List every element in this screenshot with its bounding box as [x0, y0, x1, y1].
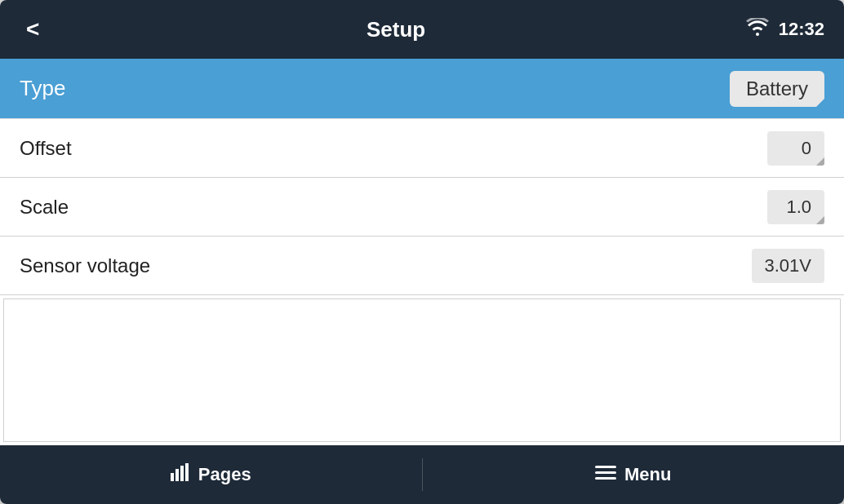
header-right: 12:32 [746, 18, 824, 41]
scale-value[interactable]: 1.0 [767, 190, 824, 224]
menu-button[interactable]: Menu [423, 445, 845, 504]
sensor-voltage-label: Sensor voltage [20, 254, 150, 277]
header-title: Setup [46, 17, 745, 42]
row-offset[interactable]: Offset 0 [0, 119, 844, 178]
pages-label: Pages [198, 464, 251, 485]
svg-rect-0 [171, 473, 174, 481]
pages-button[interactable]: Pages [0, 445, 422, 504]
type-label: Type [20, 76, 65, 101]
svg-rect-3 [185, 463, 189, 481]
offset-value[interactable]: 0 [767, 131, 824, 166]
offset-label: Offset [20, 137, 72, 160]
menu-label: Menu [624, 464, 671, 485]
back-button[interactable]: < [20, 13, 46, 46]
svg-rect-5 [595, 471, 616, 474]
row-type[interactable]: Type Battery [0, 59, 844, 119]
empty-area [3, 298, 841, 442]
wifi-icon [746, 18, 769, 41]
main-content: Type Battery Offset 0 Scale 1.0 Sensor v… [0, 59, 844, 445]
svg-rect-4 [595, 466, 616, 468]
row-scale[interactable]: Scale 1.0 [0, 178, 844, 237]
device-frame: < Setup 12:32 Type Battery Offset 0 [0, 0, 844, 504]
footer: Pages Menu [0, 445, 844, 504]
clock-time: 12:32 [779, 19, 824, 40]
svg-rect-6 [595, 477, 616, 480]
sensor-voltage-value: 3.01V [752, 249, 825, 283]
svg-rect-1 [175, 469, 179, 481]
scale-label: Scale [20, 196, 69, 219]
pages-icon [171, 463, 190, 486]
svg-rect-2 [180, 466, 184, 481]
row-sensor-voltage[interactable]: Sensor voltage 3.01V [0, 237, 844, 295]
menu-icon [595, 464, 616, 485]
header: < Setup 12:32 [0, 0, 844, 59]
type-value[interactable]: Battery [730, 71, 824, 107]
